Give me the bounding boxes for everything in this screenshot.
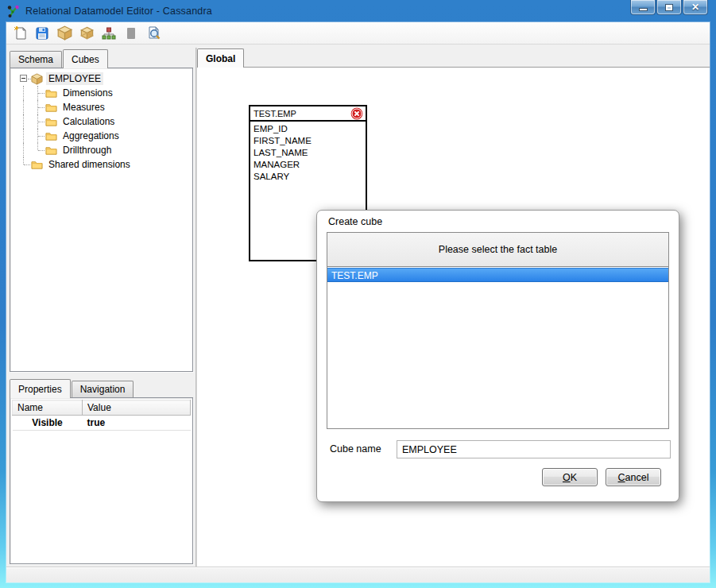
- diagram-column[interactable]: EMP_ID: [254, 123, 366, 135]
- properties-navigation-tabstrip: Properties Navigation: [10, 377, 193, 397]
- maximize-icon: [665, 4, 673, 11]
- fact-table-list-header: Please select the fact table: [327, 233, 668, 267]
- left-panel: Schema Cubes EMPLOYEE: [6, 48, 195, 567]
- window-title: Relational Datamodel Editor - Cassandra: [25, 6, 212, 17]
- tree-item-drillthrough[interactable]: Drillthrough: [10, 143, 192, 157]
- minimize-button[interactable]: [630, 0, 656, 15]
- hierarchy-button[interactable]: [99, 24, 118, 43]
- preview-search-icon: [146, 25, 161, 41]
- disabled-block-icon: [124, 26, 138, 41]
- dialog-title: Create cube: [317, 211, 679, 232]
- schema-cubes-tabstrip: Schema Cubes: [10, 48, 193, 68]
- folder-icon: [45, 145, 57, 157]
- save-button[interactable]: [33, 24, 52, 43]
- status-bar: [6, 567, 710, 582]
- tree-item-aggregations[interactable]: Aggregations: [10, 129, 192, 143]
- tab-properties[interactable]: Properties: [10, 379, 71, 398]
- tab-navigation[interactable]: Navigation: [72, 381, 134, 397]
- tree-item-dimensions[interactable]: Dimensions: [10, 86, 192, 100]
- folder-icon: [45, 116, 57, 128]
- title-bar: Relational Datamodel Editor - Cassandra …: [0, 0, 716, 22]
- close-button[interactable]: ✕: [683, 0, 708, 15]
- tree-item-measures[interactable]: Measures: [10, 100, 192, 114]
- cube-icon: [57, 25, 72, 41]
- tab-schema[interactable]: Schema: [10, 51, 62, 68]
- diagram-column[interactable]: SALARY: [254, 171, 366, 183]
- folder-icon: [31, 159, 43, 171]
- cancel-button[interactable]: Cancel: [606, 468, 661, 486]
- toolbar: [6, 22, 710, 44]
- new-document-button[interactable]: [10, 24, 29, 43]
- create-cube-dialog: Create cube Please select the fact table…: [316, 210, 679, 502]
- column-header-name[interactable]: Name: [13, 400, 83, 416]
- properties-panel: Name Value Visible true: [10, 397, 193, 564]
- hierarchy-icon: [102, 26, 116, 41]
- cube-tree: EMPLOYEE Dimensions: [10, 68, 193, 372]
- collapse-toggle-icon[interactable]: [20, 75, 27, 82]
- list-item-test-emp[interactable]: TEST.EMP: [327, 268, 668, 282]
- diagram-table-name: TEST.EMP: [254, 109, 296, 118]
- diagram-column[interactable]: FIRST_NAME: [254, 135, 366, 147]
- cube-name-label: Cube name: [330, 443, 381, 455]
- add-cube-button[interactable]: [77, 24, 96, 43]
- tab-global[interactable]: Global: [197, 48, 244, 68]
- tree-item-shared-dimensions[interactable]: Shared dimensions: [10, 157, 192, 172]
- create-cube-button[interactable]: [55, 24, 74, 43]
- app-window: Relational Datamodel Editor - Cassandra …: [0, 0, 716, 588]
- tab-cubes[interactable]: Cubes: [63, 49, 108, 68]
- diagram-table-header[interactable]: TEST.EMP: [250, 106, 366, 122]
- preview-button[interactable]: [144, 24, 163, 43]
- cube-add-icon: [79, 25, 95, 41]
- property-name: Visible: [13, 416, 83, 431]
- column-header-value[interactable]: Value: [83, 400, 191, 416]
- folder-icon: [45, 87, 57, 99]
- tree-item-calculations[interactable]: Calculations: [10, 114, 192, 129]
- diagram-column[interactable]: LAST_NAME: [254, 147, 366, 159]
- diagram-tabstrip: Global: [197, 48, 710, 68]
- app-logo-icon: [6, 5, 20, 18]
- table-row[interactable]: Visible true: [13, 416, 191, 431]
- maximize-button[interactable]: [656, 0, 682, 15]
- cube-name-input[interactable]: [397, 440, 671, 458]
- diagram-column-list: EMP_ID FIRST_NAME LAST_NAME MANAGER SALA…: [250, 122, 366, 183]
- close-icon: ✕: [691, 1, 699, 14]
- fact-table-list: Please select the fact table TEST.EMP: [327, 232, 669, 429]
- ok-button[interactable]: OK: [542, 468, 598, 486]
- remove-table-icon[interactable]: [350, 107, 363, 120]
- tree-item-employee[interactable]: EMPLOYEE: [10, 72, 192, 86]
- new-document-icon: [13, 25, 28, 41]
- disabled-tool-button: [122, 24, 141, 43]
- cube-icon: [31, 73, 43, 85]
- diagram-column[interactable]: MANAGER: [254, 159, 366, 171]
- folder-icon: [45, 130, 57, 142]
- properties-table: Name Value Visible true: [12, 400, 191, 431]
- minimize-icon: [639, 8, 648, 11]
- save-icon: [35, 26, 49, 41]
- property-value: true: [83, 416, 191, 431]
- folder-icon: [45, 102, 57, 114]
